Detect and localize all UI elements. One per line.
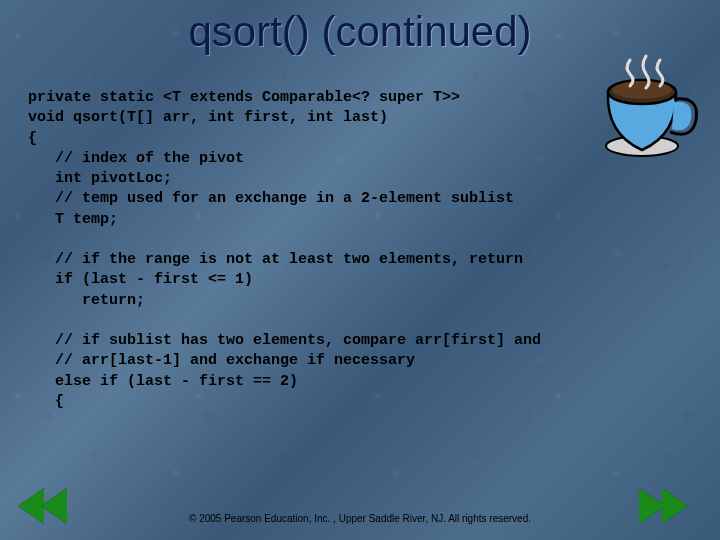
slide-title: qsort() (continued) (0, 8, 720, 56)
arrow-left-icon (41, 488, 67, 524)
arrow-right-icon (662, 488, 688, 524)
next-buttons[interactable] (642, 488, 702, 528)
copyright-text: © 2005 Pearson Education, Inc. , Upper S… (0, 513, 720, 524)
slide: qsort() (continued) private static <T ex… (0, 0, 720, 540)
code-block: private static <T extends Comparable<? s… (28, 88, 696, 412)
prev-buttons[interactable] (18, 488, 78, 528)
